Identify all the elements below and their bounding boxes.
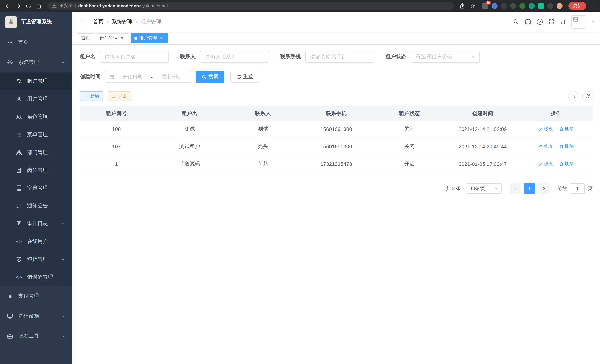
app-logo-row[interactable]: 芋道管理系统 [0,11,72,32]
sidebar-item-user[interactable]: 用户管理 [0,90,72,108]
edit-icon [538,127,543,131]
column-header: 操作 [519,110,593,117]
sidebar-item-payment[interactable]: ¥ 支付管理 [0,286,72,306]
sidebar-item-menu[interactable]: 菜单管理 [0,126,72,144]
signal-icon [16,239,22,244]
tenant-name-input[interactable] [100,51,169,63]
sidebar-item-dev-tools[interactable]: 研发工具 [0,326,72,346]
export-button[interactable]: 导出 [108,91,131,101]
sidebar-item-tenant[interactable]: 租户管理 [0,72,72,90]
toggle-search-button[interactable] [568,91,579,101]
goto-label: 前往 [557,185,567,192]
extension-icon[interactable] [557,3,562,9]
yen-icon: ¥ [7,293,13,299]
search-icon[interactable] [513,19,519,25]
close-icon[interactable]: × [159,36,164,41]
avatar[interactable] [572,15,586,28]
help-icon[interactable]: ? [537,19,543,25]
sidebar-item-error-code[interactable]: </> 错误码管理 [0,268,72,286]
address-bar[interactable]: 不安全 dashboard.yudao.iocoder.cn/system/te… [47,2,454,10]
extension-icon[interactable] [501,3,507,9]
delete-button[interactable]: 删除 [559,126,574,132]
sidebar-item-post[interactable]: 岗位管理 [0,161,72,179]
cell-tenant-id: 108 [80,126,153,132]
github-icon[interactable] [525,18,531,25]
add-button[interactable]: 新增 [80,91,103,101]
extension-icon[interactable] [529,3,535,9]
sidebar-item-online-users[interactable]: 在线用户 [0,233,72,251]
back-icon[interactable] [3,1,13,10]
sidebar-item-notice[interactable]: 通知公告 [0,197,72,215]
edit-button[interactable]: 修改 [538,143,553,150]
reset-button[interactable]: 重置 [230,71,259,83]
goto-page-input[interactable] [570,183,585,194]
tab-home[interactable]: 首页 [77,33,94,43]
extension-icon[interactable] [510,3,516,9]
sidebar-item-role[interactable]: 角色管理 [0,108,72,126]
delete-button[interactable]: 删除 [559,143,574,150]
page-number-button[interactable]: 1 [524,183,535,194]
search-button[interactable]: 搜索 [196,71,225,83]
sidebar-item-home[interactable]: 首页 [0,32,72,52]
extension-icon[interactable]: 10 [482,3,488,9]
date-end-placeholder: 结束日期 [155,74,187,80]
column-header: 联系人 [226,110,300,117]
tab-tenant[interactable]: 租户管理 × [131,33,168,43]
date-start-placeholder: 开始日期 [116,74,149,80]
cell-created: 2021-01-05 17:03:47 [446,161,519,167]
next-page-button[interactable] [538,183,549,194]
tab-dept[interactable]: 部门管理 × [96,33,128,43]
prev-page-button[interactable] [510,183,521,194]
edit-button[interactable]: 修改 [538,161,553,167]
extension-icon[interactable] [519,3,525,9]
sidebar-item-dict[interactable]: 字典管理 [0,179,72,197]
sidebar-item-dept[interactable]: 部门管理 [0,144,72,161]
column-header: 租户名 [153,110,226,117]
status-label: 租户状态 [385,53,406,60]
breadcrumb-item-home[interactable]: 首页 [93,18,103,25]
cell-tenant-name: 测试租户 [153,143,226,150]
edit-button[interactable]: 修改 [538,126,553,132]
page-size-select[interactable]: 10条/页 [467,183,502,194]
font-size-icon[interactable]: TT [560,18,566,25]
system-submenu: 租户管理 用户管理 角色管理 菜单管理 部门管理 [0,72,72,286]
dashboard-icon [7,39,13,45]
pagination: 共 3 条 10条/页 1 前往 页 [80,183,593,194]
fullscreen-icon[interactable] [548,19,554,25]
message-icon [16,203,22,209]
close-icon[interactable]: × [120,36,125,41]
create-time-label: 创建时间 [80,74,101,80]
update-button[interactable]: 更新 [568,2,586,10]
user-icon [16,96,22,102]
bookmark-star-icon[interactable]: ☆ [468,1,478,10]
cell-tenant-name: 芋道源码 [153,161,226,167]
cell-tenant-id: 107 [80,144,153,149]
column-header: 联系手机 [300,110,373,117]
home-browser-icon[interactable] [34,1,44,10]
cell-operations: 修改 删除 [519,143,593,150]
sidebar-item-sms[interactable]: 短信管理 [0,251,72,268]
extension-icon[interactable] [547,3,553,9]
delete-button[interactable]: 删除 [559,161,574,167]
phone-input[interactable] [305,51,375,63]
sidebar-item-audit-log[interactable]: 审计日志 [0,215,72,233]
contact-input[interactable] [200,51,269,63]
create-time-range-picker[interactable]: 开始日期 - 结束日期 [105,71,191,83]
sidebar-item-infra[interactable]: 基础设施 [0,306,72,326]
extension-icon[interactable] [538,3,544,9]
caret-down-icon[interactable]: ▾ [592,19,594,24]
menu-fold-icon[interactable] [78,17,88,27]
app-header: 首页 / 系统管理 / 租户管理 ? [72,11,600,32]
refresh-table-button[interactable] [582,91,593,101]
sidebar-item-system[interactable]: 系统管理 [0,52,72,72]
browser-menu-icon[interactable]: ⋮ [590,2,596,9]
chevron-down-icon [61,314,65,318]
cell-tenant-name: 测试 [153,126,226,132]
reload-icon[interactable] [24,1,33,10]
status-select[interactable]: 请选择租户状态 [411,51,480,63]
breadcrumb-item-system[interactable]: 系统管理 [112,18,132,25]
extension-icon[interactable] [492,3,497,9]
page-content: 租户名 联系人 联系手机 租户状态 请选择租户状态 [72,45,600,364]
forward-icon[interactable] [13,1,23,10]
share-icon[interactable] [458,1,467,10]
